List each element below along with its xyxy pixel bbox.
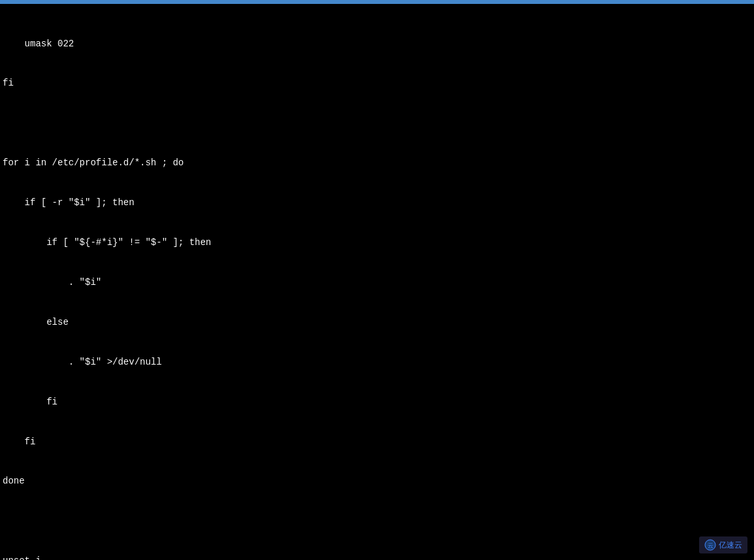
- svg-text:云: 云: [708, 542, 713, 549]
- top-bar: [0, 0, 754, 4]
- line-7: . "$i": [3, 276, 751, 289]
- cloud-icon: 云: [704, 539, 716, 551]
- line-8: else: [3, 316, 751, 329]
- line-5: if [ -r "$i" ]; then: [3, 196, 751, 209]
- line-3: [3, 116, 751, 129]
- line-6: if [ "${-#*i}" != "$-" ]; then: [3, 236, 751, 249]
- line-14: unset i: [3, 554, 751, 560]
- line-13: [3, 514, 751, 527]
- line-4: for i in /etc/profile.d/*.sh ; do: [3, 156, 751, 169]
- line-1: umask 022: [3, 37, 751, 50]
- line-11: fi: [3, 435, 751, 448]
- line-9: . "$i" >/dev/null: [3, 355, 751, 369]
- line-12: done: [3, 474, 751, 487]
- line-2: fi: [3, 76, 751, 90]
- terminal: umask 022 fi for i in /etc/profile.d/*.s…: [0, 0, 754, 560]
- code-content: umask 022 fi for i in /etc/profile.d/*.s…: [3, 10, 751, 560]
- line-10: fi: [3, 395, 751, 408]
- watermark-text: 亿速云: [719, 540, 742, 551]
- watermark: 云 亿速云: [699, 536, 747, 553]
